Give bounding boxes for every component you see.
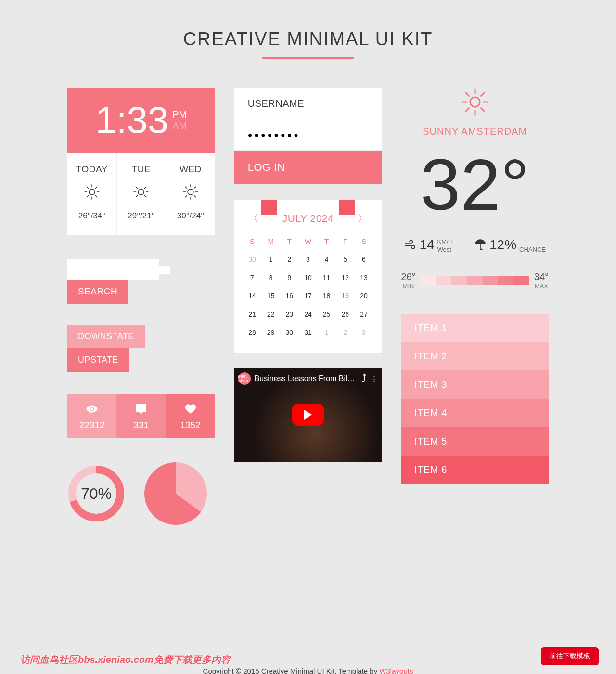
calendar-prev-icon[interactable]: 〈 (248, 211, 258, 226)
calendar-day[interactable]: 7 (243, 268, 262, 287)
calendar-day[interactable]: 17 (299, 287, 318, 305)
calendar-day[interactable]: 15 (261, 287, 280, 305)
calendar-day[interactable]: 1 (261, 250, 280, 268)
stats-bar: 22312 331 1352 (67, 394, 215, 438)
calendar-day[interactable]: 27 (355, 305, 373, 323)
video-title: Business Lessons From Bil… (255, 374, 358, 383)
calendar-day[interactable]: 29 (261, 323, 280, 342)
forecast-day-temp: 26°/34° (70, 211, 114, 221)
forecast-day: TUE 29°/21° (117, 153, 167, 235)
calendar-next-icon[interactable]: 〉 (358, 211, 368, 226)
svg-line-34 (465, 93, 469, 96)
calendar-dow: M (261, 232, 280, 250)
list-item[interactable]: ITEM 6 (401, 456, 549, 484)
stat-views-value: 22312 (70, 420, 114, 431)
upstate-button[interactable]: UPSTATE (67, 348, 129, 372)
calendar-day[interactable]: 16 (280, 287, 299, 305)
calendar-day[interactable]: 18 (317, 287, 336, 305)
forecast-day-name: TUE (120, 164, 163, 175)
svg-line-36 (465, 108, 469, 112)
login-button[interactable]: LOG IN (234, 151, 382, 184)
calendar-day[interactable]: 30 (243, 250, 262, 268)
sun-icon (461, 88, 489, 116)
calendar-day[interactable]: 23 (280, 305, 299, 323)
clock-pm: PM (172, 109, 187, 120)
calendar-day[interactable]: 3 (355, 323, 373, 342)
svg-line-7 (87, 196, 88, 197)
list-item[interactable]: ITEM 4 (401, 399, 549, 427)
downstate-button[interactable]: DOWNSTATE (67, 325, 145, 348)
copyright-link[interactable]: W3layouts (379, 667, 413, 674)
temp-max-value: 34° (534, 271, 549, 282)
password-field[interactable]: ●●●●●●●● (234, 120, 382, 151)
calendar-dow: T (280, 232, 299, 250)
heart-icon (184, 403, 197, 415)
page-title: CREATIVE MINIMAL UI KIT (67, 29, 549, 50)
calendar-day[interactable]: 8 (261, 268, 280, 287)
calendar-day[interactable]: 2 (280, 250, 299, 268)
calendar-day[interactable]: 26 (336, 305, 355, 323)
video-player[interactable]: earn Abou Business Lessons From Bil… ⤴ ⋮ (234, 368, 382, 462)
calendar-day[interactable]: 2 (336, 323, 355, 342)
calendar-day[interactable]: 30 (280, 323, 299, 342)
search-box[interactable] (67, 259, 159, 280)
stat-comments: 331 (116, 394, 166, 438)
username-field[interactable]: USERNAME (234, 88, 382, 120)
weather-widget: SUNNY AMSTERDAM 32° 14 KM/HWest 12% CHAN… (401, 88, 549, 290)
calendar-day[interactable]: 13 (355, 268, 373, 287)
svg-line-35 (481, 108, 484, 112)
video-play-button[interactable] (292, 404, 324, 426)
calendar-day[interactable]: 11 (317, 268, 336, 287)
stat-likes-value: 1352 (168, 420, 212, 431)
clock-am: AM (172, 120, 187, 131)
list-item[interactable]: ITEM 1 (401, 314, 549, 342)
temp-max-label: MAX (534, 282, 549, 290)
rain-label: CHANCE (519, 246, 546, 253)
svg-line-15 (145, 196, 146, 197)
calendar-day[interactable]: 19 (336, 287, 355, 305)
wind-value: 14 (419, 238, 434, 252)
calendar-day[interactable]: 5 (336, 250, 355, 268)
calendar-day[interactable]: 25 (317, 305, 336, 323)
search-button[interactable]: SEARCH (67, 280, 128, 304)
list-item[interactable]: ITEM 2 (401, 342, 549, 370)
forecast-day: WED 30°/24° (166, 153, 215, 235)
calendar-day[interactable]: 20 (355, 287, 373, 305)
calendar-day[interactable]: 12 (336, 268, 355, 287)
video-menu-icon[interactable]: ⋮ (371, 374, 378, 383)
download-template-button[interactable]: 前往下载模板 (541, 647, 599, 665)
calendar-dow: W (299, 232, 318, 250)
calendar-day[interactable]: 9 (280, 268, 299, 287)
wind-unit: KM/H (437, 238, 453, 245)
list-item[interactable]: ITEM 3 (401, 370, 549, 399)
copyright: Copyright © 2015 Creative Minimal UI Kit… (0, 667, 616, 674)
calendar-day[interactable]: 21 (243, 305, 262, 323)
calendar-day[interactable]: 1 (317, 323, 336, 342)
weather-temperature: 32° (401, 149, 549, 221)
calendar-month: JULY 2024 (282, 213, 334, 224)
share-icon[interactable]: ⤴ (361, 372, 367, 385)
calendar-dow: F (336, 232, 355, 250)
svg-line-26 (194, 187, 195, 188)
promo-banner[interactable]: 访问血鸟社区bbs.xieniao.com免费下载更多内容 (20, 653, 231, 666)
stat-comments-value: 331 (119, 420, 163, 431)
calendar-day[interactable]: 24 (299, 305, 318, 323)
search-input[interactable] (79, 266, 170, 274)
calendar-day[interactable]: 3 (299, 250, 318, 268)
calendar-day[interactable]: 10 (299, 268, 318, 287)
forecast-day-temp: 30°/24° (169, 211, 212, 221)
forecast-day: TODAY 26°/34° (67, 153, 117, 235)
clock-widget: 1:33 PM AM TODAY 26°/34° TUE (67, 88, 215, 235)
calendar-day[interactable]: 31 (299, 323, 318, 342)
svg-line-5 (87, 187, 88, 188)
list-item[interactable]: ITEM 5 (401, 427, 549, 456)
calendar-day[interactable]: 6 (355, 250, 373, 268)
calendar-day[interactable]: 22 (261, 305, 280, 323)
sun-icon (182, 183, 199, 201)
calendar-day[interactable]: 28 (243, 323, 262, 342)
calendar-day[interactable]: 4 (317, 250, 336, 268)
calendar: 〈 JULY 2024 〉 SMTWTFS3012345678910111213… (234, 200, 382, 353)
title-underline (262, 57, 354, 59)
rain-value: 12% (489, 238, 516, 252)
calendar-day[interactable]: 14 (243, 287, 262, 305)
